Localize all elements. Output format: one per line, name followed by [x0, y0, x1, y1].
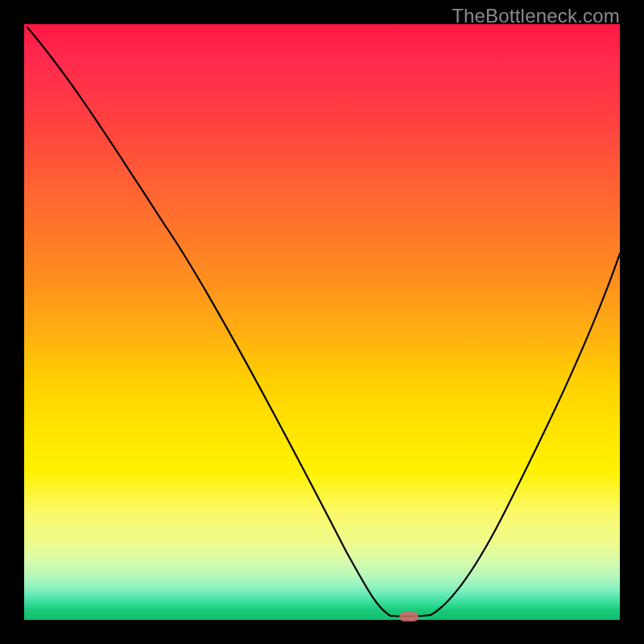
chart-gradient-background — [24, 24, 620, 620]
optimum-marker — [399, 612, 419, 621]
bottleneck-curve — [24, 24, 620, 620]
watermark-text: TheBottleneck.com — [452, 5, 620, 27]
chart-frame: TheBottleneck.com — [0, 0, 644, 644]
